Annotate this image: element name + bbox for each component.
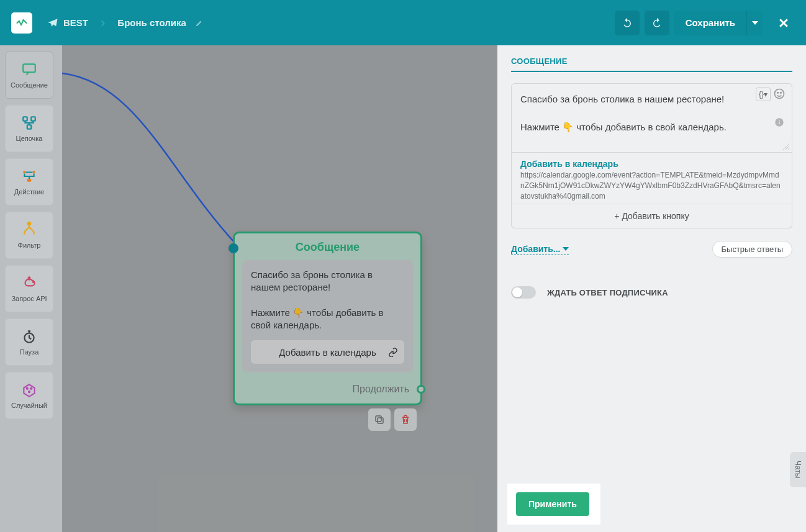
svg-rect-3 xyxy=(27,125,32,129)
tool-label: Запрос API xyxy=(11,295,47,302)
svg-point-15 xyxy=(777,92,779,94)
node-text: Спасибо за бронь столика в нашем рестора… xyxy=(251,269,404,331)
wait-response-toggle[interactable] xyxy=(511,286,536,299)
tool-label: Цепочка xyxy=(16,135,43,142)
chevron-down-icon xyxy=(563,246,569,252)
svg-rect-1 xyxy=(23,117,27,121)
breadcrumb-bot[interactable]: BEST xyxy=(41,11,94,35)
resize-handle[interactable] xyxy=(783,143,789,150)
info-icon[interactable] xyxy=(774,117,784,127)
svg-rect-2 xyxy=(31,117,35,121)
apply-highlight: Применить xyxy=(507,484,600,525)
svg-rect-6 xyxy=(27,179,32,181)
message-node[interactable]: Сообщение Спасибо за бронь столика в наш… xyxy=(233,232,422,405)
quick-replies-button[interactable]: Быстрые ответы xyxy=(712,241,793,258)
node-button-label: Добавить в календарь xyxy=(279,347,376,358)
link-icon xyxy=(388,347,398,357)
wait-response-row: ЖДАТЬ ОТВЕТ ПОДПИСЧИКА xyxy=(511,286,792,299)
insert-variable-button[interactable]: {}▾ xyxy=(756,88,771,101)
tool-label: Действие xyxy=(14,188,44,196)
save-button[interactable]: Сохранить xyxy=(674,11,746,35)
app-logo[interactable] xyxy=(11,12,32,34)
tool-chain[interactable]: Цепочка xyxy=(5,105,53,152)
add-more-label: Добавить... xyxy=(511,244,560,254)
header: BEST › Бронь столика Сохранить xyxy=(0,0,806,45)
message-textarea[interactable]: Спасибо за бронь столика в нашем рестора… xyxy=(512,84,792,152)
editor-tools: {}▾ xyxy=(756,88,787,101)
flow-name: Бронь столика xyxy=(117,17,186,28)
node-title: Сообщение xyxy=(235,233,420,260)
close-button[interactable] xyxy=(772,12,795,34)
emoji-button[interactable] xyxy=(773,88,787,101)
message-editor: Спасибо за бронь столика в нашем рестора… xyxy=(511,83,792,153)
button-block: Добавить в календарь https://calendar.go… xyxy=(511,153,792,228)
button-url: https://calendar.google.com/event?action… xyxy=(520,170,783,201)
chats-tab[interactable]: Чаты xyxy=(790,452,806,487)
edit-icon[interactable] xyxy=(195,19,204,27)
node-delete-button[interactable] xyxy=(394,408,417,431)
breadcrumb-separator: › xyxy=(101,15,105,31)
svg-point-10 xyxy=(30,388,32,389)
button-item[interactable]: Добавить в календарь https://calendar.go… xyxy=(512,153,792,204)
wait-response-label: ЖДАТЬ ОТВЕТ ПОДПИСЧИКА xyxy=(547,288,668,297)
node-continue[interactable]: Продолжить xyxy=(235,379,420,404)
tool-random[interactable]: Случайный xyxy=(5,372,53,419)
svg-point-9 xyxy=(27,388,28,389)
undo-button[interactable] xyxy=(615,11,640,35)
svg-point-14 xyxy=(775,89,784,99)
tool-action[interactable]: Действие xyxy=(5,158,53,205)
side-panel-divider xyxy=(511,71,792,72)
tool-label: Пауза xyxy=(20,348,39,356)
bot-name: BEST xyxy=(63,17,88,28)
redo-button[interactable] xyxy=(645,11,669,35)
tool-pause[interactable]: Пауза xyxy=(5,318,53,366)
telegram-icon xyxy=(47,17,58,29)
flow-canvas[interactable]: Сообщение Спасибо за бронь столика в наш… xyxy=(62,45,497,532)
node-copy-button[interactable] xyxy=(368,408,391,431)
header-actions: Сохранить xyxy=(615,11,795,35)
tool-api[interactable]: Запрос API xyxy=(5,265,53,312)
tool-message[interactable]: Сообщение xyxy=(5,52,53,99)
svg-point-11 xyxy=(29,391,30,392)
node-body: Спасибо за бронь столика в нашем рестора… xyxy=(242,260,413,372)
button-label: Добавить в календарь xyxy=(520,159,783,169)
svg-rect-0 xyxy=(23,64,35,72)
node-input-handle[interactable] xyxy=(229,243,238,253)
tool-label: Сообщение xyxy=(11,81,48,89)
breadcrumb-flow[interactable]: Бронь столика xyxy=(111,11,209,35)
tool-filter[interactable]: Фильтр xyxy=(5,212,53,259)
svg-rect-13 xyxy=(376,416,381,422)
apply-button[interactable]: Применить xyxy=(516,492,589,516)
save-dropdown[interactable] xyxy=(746,11,763,35)
side-panel: СООБЩЕНИЕ Спасибо за бронь столика в наш… xyxy=(497,45,806,532)
add-more-link[interactable]: Добавить... xyxy=(511,244,569,255)
add-button[interactable]: + Добавить кнопку xyxy=(512,204,792,228)
node-tools xyxy=(368,408,417,431)
toolbox: Сообщение Цепочка Действие Фильтр Запрос… xyxy=(0,45,62,532)
svg-rect-12 xyxy=(378,418,383,423)
node-button[interactable]: Добавить в календарь xyxy=(251,340,404,364)
svg-point-16 xyxy=(781,92,782,94)
svg-point-7 xyxy=(28,222,30,225)
side-panel-title: СООБЩЕНИЕ xyxy=(511,56,792,66)
node-output-handle[interactable] xyxy=(417,385,425,394)
svg-point-19 xyxy=(779,120,780,121)
tool-label: Фильтр xyxy=(18,241,41,249)
svg-point-4 xyxy=(23,171,25,173)
tool-label: Случайный xyxy=(11,402,47,409)
svg-rect-18 xyxy=(779,122,779,125)
svg-point-5 xyxy=(32,171,35,173)
